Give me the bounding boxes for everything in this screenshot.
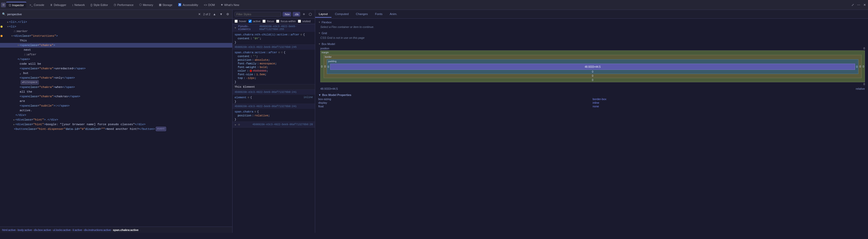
search-next-button[interactable]: ▼ <box>219 12 224 17</box>
visited-checkbox[interactable] <box>298 20 301 23</box>
breadcrumb-item-current[interactable]: span.chakra:active <box>113 229 138 232</box>
breadcrumb-item[interactable]: ul.locks:active <box>53 229 70 232</box>
grid-title[interactable]: ▼ Grid <box>318 31 865 35</box>
gear-icon3[interactable]: ⚙ <box>247 96 249 99</box>
flexbox-title[interactable]: ▼ Flexbox <box>318 21 865 24</box>
tab-network[interactable]: ↕ Network <box>69 2 87 7</box>
more-button[interactable]: ⋯ <box>856 3 861 7</box>
gear-icon4[interactable]: ⚙ <box>254 110 256 113</box>
search-clear-button[interactable]: ✕ <box>197 12 202 17</box>
css-filter-input[interactable] <box>235 12 281 17</box>
html-line[interactable]: <div class="hint" > Google: "[your brows… <box>0 122 232 127</box>
search-input[interactable] <box>7 13 195 16</box>
html-line[interactable]: <button class="hint-dispenser" data-id="… <box>0 127 232 131</box>
active-checkbox[interactable] <box>249 20 252 23</box>
html-line[interactable]: </div> <box>0 113 232 117</box>
expand-arrow[interactable] <box>18 43 19 48</box>
focus-checkbox[interactable] <box>262 20 266 23</box>
html-line[interactable]: </span> <box>0 57 232 61</box>
tab-performance[interactable]: ◷ Performance <box>111 2 136 7</box>
html-line[interactable]: ::after <box>0 52 232 57</box>
focus-within-filter[interactable]: :focus-within <box>276 20 296 23</box>
html-line[interactable]: This <box>0 38 232 43</box>
expand-arrow[interactable] <box>7 24 8 29</box>
html-line-selected[interactable]: <span class="chakra" > <box>0 43 232 48</box>
html-line[interactable]: <li> <box>0 24 232 29</box>
html-line[interactable]: <span class="chakra" >unredacted</span> <box>0 66 232 71</box>
gear-icon5[interactable]: ⚙ <box>238 123 240 126</box>
source-link2[interactable]: 4b9892de-e3c3-4922-bee9-06af713276b0:245 <box>235 46 297 49</box>
html-line[interactable]: <li>…</li> <box>0 20 232 24</box>
source-link4[interactable]: 4b9892de-e3c3-4922-bee9-06af713276b0:241 <box>235 105 297 108</box>
star-gear-icon[interactable]: ★ <box>235 123 236 126</box>
event-badge[interactable]: event <box>156 127 166 131</box>
css-section-header2[interactable]: 4b9892de-e3c3-4922-bee9-06af713276b0:245 <box>232 45 315 50</box>
css-section-header5[interactable]: ★ ⚙ 4b9892de-e3c3-4922-bee9-06af713276b0… <box>232 122 315 127</box>
source-link5[interactable]: 4b9892de-e3c3-4922-bee9-06af713276b0:20 <box>252 123 313 126</box>
visited-filter[interactable]: :visited <box>298 20 311 23</box>
add-rule-button[interactable]: + <box>302 12 306 17</box>
html-line[interactable]: <span class="chakra" >only</span> <box>0 76 232 80</box>
box-model-props-title[interactable]: ▼ Box Model Properties <box>318 94 865 97</box>
html-line[interactable]: code will be <box>0 61 232 66</box>
html-line[interactable]: <span class="chakra" >chakras</span> <box>0 94 232 99</box>
tab-console[interactable]: >_ Console <box>27 2 47 7</box>
gear-icon[interactable]: ⚙ <box>301 33 302 36</box>
html-line[interactable]: , but <box>0 71 232 76</box>
box-model-title[interactable]: ▼ Box Model <box>318 43 865 46</box>
focus-filter[interactable]: :focus <box>262 20 274 23</box>
display-value[interactable]: inline <box>593 101 865 104</box>
css-content[interactable]: ▼ Pseudo-elements 4b9892de-e3c3-4922-bee… <box>232 24 315 233</box>
tab-inspector[interactable]: ◻ Inspector <box>6 2 26 8</box>
tab-style-editor[interactable]: {} Style Editor <box>88 2 111 7</box>
html-line[interactable]: <div class="instructions" > <box>0 34 232 38</box>
html-line[interactable]: all the <box>0 89 232 94</box>
hover-filter[interactable]: :hover <box>235 20 246 23</box>
search-options-button[interactable]: ⚙ <box>225 12 230 17</box>
layout-content[interactable]: ▼ Flexbox Select a Flex container or ite… <box>315 19 868 233</box>
tab-memory[interactable]: ⬡ Memory <box>137 2 156 7</box>
expand-arrow[interactable] <box>11 34 13 38</box>
html-content[interactable]: <li>…</li> <li> ::marker <div class="i <box>0 19 232 227</box>
active-filter[interactable]: :active <box>249 20 261 23</box>
tab-layout-changes[interactable]: Changes <box>352 11 371 18</box>
html-line[interactable]: whitespace <box>0 80 232 85</box>
expand-arrow[interactable] <box>7 20 8 24</box>
tab-layout-layout[interactable]: Layout <box>315 11 332 18</box>
collapse-icon[interactable]: ▼ <box>235 27 236 29</box>
tab-whats-new[interactable]: ★ What's New <box>218 2 242 7</box>
css-section-header4[interactable]: 4b9892de-e3c3-4922-bee9-06af713276b0:241 <box>232 104 315 109</box>
search-prev-button[interactable]: ▲ <box>212 12 217 17</box>
filter-icon[interactable]: ▽ <box>281 51 283 54</box>
tab-layout-fonts[interactable]: Fonts <box>371 11 386 18</box>
tab-accessibility[interactable]: ♿ Accessibility <box>176 2 201 7</box>
html-line[interactable]: ::marker <box>0 29 232 34</box>
html-line[interactable]: active. <box>0 108 232 113</box>
breadcrumb-item[interactable]: html:active <box>2 229 16 232</box>
float-value[interactable]: none <box>593 105 865 108</box>
breadcrumb-item[interactable]: body:active <box>18 229 32 232</box>
expand-button[interactable]: ⤢ <box>850 3 855 7</box>
html-line[interactable]: <span class="chakra" >when</span> <box>0 85 232 89</box>
tab-dom[interactable]: <> DOM <box>201 2 218 7</box>
hover-checkbox[interactable] <box>235 20 238 23</box>
breadcrumb-item[interactable]: div.instructions:active <box>84 229 111 232</box>
html-line[interactable]: <div class="hint" > … </div> <box>0 117 232 122</box>
color-swatch[interactable] <box>250 70 252 72</box>
css-options-button[interactable]: ⬡ <box>308 12 313 16</box>
tab-storage[interactable]: ▦ Storage <box>156 2 175 7</box>
source-link3[interactable]: 4b9892de-e3c3-4922-bee9-06af713276b0:241 <box>235 91 297 94</box>
tab-layout-animations[interactable]: Anim. <box>386 11 401 18</box>
gear-icon2[interactable]: ⚙ <box>278 51 280 54</box>
css-section-header3[interactable]: 4b9892de-e3c3-4922-bee9-06af713276b0:241 <box>232 90 315 95</box>
focus-within-checkbox[interactable] <box>276 20 279 23</box>
source-link[interactable]: 4b9892de-e3c3-4922-bee9-06af713276b0:255 <box>259 25 313 31</box>
expand-arrow[interactable] <box>13 122 15 127</box>
tab-layout-computed[interactable]: Computed <box>332 11 352 18</box>
hov-filter-button[interactable]: :hov <box>283 12 291 17</box>
breadcrumb-item[interactable]: li:active <box>72 229 82 232</box>
breadcrumb-item[interactable]: div.box:active <box>34 229 51 232</box>
css-section-header[interactable]: ▼ Pseudo-elements 4b9892de-e3c3-4922-bee… <box>232 24 315 32</box>
html-line[interactable]: next <box>0 48 232 52</box>
close-button[interactable]: ✕ <box>862 3 867 7</box>
